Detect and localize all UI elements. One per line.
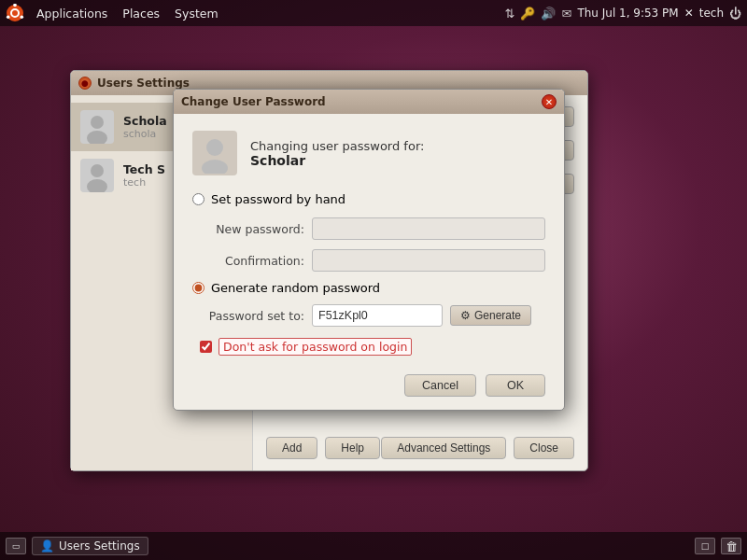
set-password-radio-row: Set password by hand [192, 192, 545, 206]
email-icon: ✉ [561, 7, 571, 21]
ok-button[interactable]: OK [486, 374, 545, 397]
ubuntu-icon[interactable] [6, 4, 24, 22]
svg-point-5 [91, 116, 104, 129]
taskbar-right: □ 🗑 [695, 538, 741, 554]
show-desktop-right-button[interactable]: □ [695, 538, 715, 554]
menu-system[interactable]: System [168, 4, 225, 23]
confirmation-row: Confirmation: [192, 249, 545, 272]
dont-ask-password-row: Don't ask for password on login [200, 338, 545, 356]
dialog-header-row: Changing user password for: Scholar [192, 131, 545, 175]
trash-button[interactable]: 🗑 [721, 538, 741, 554]
dialog-username: Scholar [250, 153, 424, 168]
top-panel: Applications Places System ⇅ 🔑 🔊 ✉ Thu J… [0, 0, 747, 26]
dialog-titlebar: Change User Password ✕ [174, 90, 564, 114]
password-set-label: Password set to: [192, 309, 304, 323]
top-panel-right: ⇅ 🔑 🔊 ✉ Thu Jul 1, 9:53 PM ✕ tech ⏻ [505, 7, 741, 21]
generate-password-radio-row: Generate random password [192, 281, 545, 295]
scholar-login: schola [123, 128, 167, 140]
menu-applications[interactable]: Applications [30, 4, 114, 23]
new-password-input[interactable] [312, 217, 545, 240]
dont-ask-password-label: Don't ask for password on login [218, 338, 412, 356]
advanced-settings-button[interactable]: Advanced Settings [381, 437, 506, 459]
dialog-title: Change User Password [181, 95, 326, 108]
dont-ask-password-checkbox[interactable] [200, 341, 212, 353]
svg-point-3 [21, 16, 24, 20]
tech-name: Tech S [123, 162, 165, 176]
username-label: ✕ [684, 7, 694, 20]
top-panel-left: Applications Places System [6, 4, 225, 23]
dialog-header-text: Changing user password for: Scholar [250, 139, 424, 168]
add-user-button[interactable]: Add [266, 437, 317, 459]
tech-info: Tech S tech [123, 162, 165, 189]
set-password-radio-label: Set password by hand [211, 192, 345, 206]
close-button[interactable]: Close [514, 437, 574, 459]
dialog-body: Changing user password for: Scholar Set … [174, 114, 564, 410]
tech-login: tech [123, 176, 165, 189]
new-password-row: New password: [192, 217, 545, 240]
cancel-button[interactable]: Cancel [404, 374, 476, 397]
power-icon[interactable]: ⏻ [729, 7, 741, 21]
users-window-close-btn[interactable]: ● [78, 77, 92, 90]
confirmation-label: Confirmation: [192, 254, 304, 268]
key-icon: 🔑 [520, 7, 535, 21]
help-button[interactable]: Help [325, 437, 380, 459]
svg-point-4 [7, 16, 10, 20]
confirmation-input[interactable] [312, 249, 545, 272]
network-icon: ⇅ [505, 7, 515, 21]
dialog-user-avatar [192, 131, 237, 175]
svg-point-7 [91, 164, 104, 177]
set-password-radio[interactable] [192, 193, 204, 205]
svg-point-6 [87, 131, 107, 144]
username-text: tech [699, 7, 724, 20]
scholar-avatar [80, 110, 114, 144]
svg-point-8 [87, 179, 107, 192]
taskbar-users-settings[interactable]: 👤 Users Settings [32, 537, 148, 555]
bottom-panel: ▭ 👤 Users Settings □ 🗑 [0, 532, 747, 560]
scholar-name: Schola [123, 114, 167, 128]
svg-point-0 [7, 5, 23, 21]
svg-point-9 [206, 139, 223, 156]
generate-password-radio[interactable] [192, 282, 204, 294]
change-password-dialog: Change User Password ✕ Changing user pas… [173, 89, 565, 411]
datetime: Thu Jul 1, 9:53 PM [577, 7, 678, 20]
svg-point-10 [202, 160, 228, 174]
password-set-row: Password set to: ⚙ Generate [192, 304, 545, 327]
menu-places[interactable]: Places [116, 4, 166, 23]
generate-button-label: Generate [474, 309, 521, 322]
gear-icon: ⚙ [460, 309, 471, 322]
users-main-bottom: Add Help Advanced Settings Close [266, 437, 574, 459]
scholar-info: Schola schola [123, 114, 167, 140]
tech-avatar [80, 159, 114, 192]
dialog-buttons: Cancel OK [192, 371, 545, 397]
generate-button[interactable]: ⚙ Generate [450, 305, 531, 326]
taskbar-icon: 👤 [40, 539, 54, 553]
dialog-close-button[interactable]: ✕ [542, 94, 557, 109]
dialog-header-subtitle: Changing user password for: [250, 139, 424, 153]
password-set-input[interactable] [312, 304, 443, 327]
users-window-title: Users Settings [97, 77, 190, 90]
new-password-label: New password: [192, 222, 304, 236]
taskbar-label: Users Settings [59, 539, 140, 553]
show-desktop-left-button[interactable]: ▭ [6, 538, 26, 554]
volume-icon: 🔊 [541, 7, 556, 21]
generate-password-radio-label: Generate random password [211, 281, 380, 295]
